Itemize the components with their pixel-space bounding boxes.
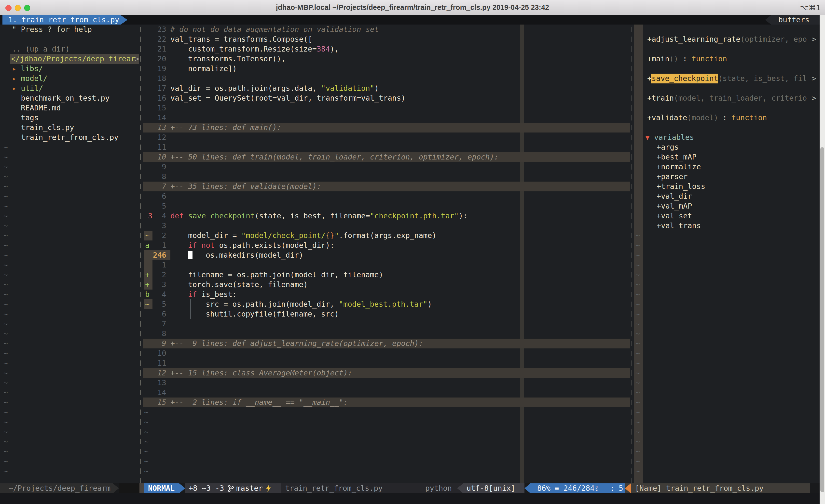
code-row-24[interactable]: 246 — [153, 250, 166, 260]
nerdtree-row-7[interactable]: util/ — [21, 83, 43, 93]
code-row-8[interactable]: 16 — [157, 93, 166, 103]
tagbar-row-19[interactable]: +val_mAP — [657, 201, 692, 211]
nerdtree-row-4[interactable]: </jdhao/Projects/deep_firear — [11, 54, 135, 64]
scrollbar-track[interactable] — [820, 15, 825, 504]
tagbar-row-17[interactable]: +train_loss — [657, 182, 705, 191]
scrollbar-thumb[interactable] — [820, 147, 824, 492]
nerdtree-row-4[interactable]: > — [135, 54, 139, 64]
code-row-35[interactable]: 11 — [157, 358, 166, 368]
code-row-29[interactable]: 5 — [162, 300, 166, 309]
code-row-29[interactable]: src = os.path.join(model_dir, "model_bes… — [206, 300, 432, 309]
nerdtree-row-9[interactable]: README.md — [21, 103, 61, 113]
code-row-22[interactable]: 2 — [162, 231, 166, 241]
code-row-7[interactable]: 17 — [157, 83, 166, 93]
command-line[interactable] — [0, 493, 825, 504]
tagbar-row-14[interactable]: +best_mAP — [657, 152, 696, 162]
code-row-20[interactable]: def save_checkpoint(state, is_best, file… — [170, 211, 467, 221]
tagbar-row-12[interactable]: variables — [654, 133, 694, 142]
tagbar-row-21[interactable]: +val_trans — [657, 221, 701, 231]
code-row-5[interactable]: 19 — [157, 64, 166, 74]
code-row-16[interactable]: 8 — [162, 172, 166, 182]
code-row-36[interactable]: 12 — [157, 368, 166, 378]
code-row-17[interactable]: +-- 35 lines: def validate(model): — [170, 182, 321, 191]
code-row-25[interactable]: 1 — [162, 260, 166, 270]
code-row-29[interactable]: ~ — [145, 300, 150, 309]
code-row-6[interactable]: 18 — [157, 74, 166, 83]
code-row-30[interactable]: shutil.copyfile(filename, src) — [206, 309, 339, 319]
code-row-23[interactable]: if not os.path.exists(model_dir): — [188, 241, 334, 250]
nerdtree-row-8[interactable]: benchmark_on_test.py — [21, 93, 109, 103]
code-row-20[interactable]: _3 — [144, 211, 152, 221]
tagbar-row-6[interactable]: > — [812, 74, 816, 83]
code-row-23[interactable]: 1 — [162, 241, 166, 250]
code-row-37[interactable]: 13 — [157, 378, 166, 388]
code-row-33[interactable]: +-- 9 lines: def adjust_learning_rate(op… — [170, 339, 423, 348]
tagbar-row-20[interactable]: +val_set — [657, 211, 692, 221]
nerdtree-row-12[interactable]: train_retr_from_cls.py — [21, 133, 118, 142]
code-row-26[interactable]: 2 — [162, 270, 166, 280]
nerdtree-row-7[interactable]: ▸ — [12, 83, 16, 93]
nerdtree-row-6[interactable]: ▸ — [12, 74, 16, 83]
code-row-26[interactable]: + — [145, 270, 150, 280]
code-row-13[interactable]: 11 — [157, 142, 166, 152]
nerdtree-row-11[interactable]: train_cls.py — [21, 123, 74, 133]
tagbar-row-18[interactable]: +val_dir — [657, 191, 692, 201]
tagbar-row-12[interactable]: ▼ — [645, 133, 650, 142]
nerdtree-row-5[interactable]: ▸ — [12, 64, 16, 74]
tagbar-row-10[interactable]: +validate(model) : function — [647, 113, 767, 123]
code-row-11[interactable]: 13 — [157, 123, 166, 133]
tagbar-row-6[interactable]: +save_checkpoint(state, is_best, fil — [647, 74, 807, 83]
tagbar-row-8[interactable]: +train(model, train_loader, criterio — [647, 93, 807, 103]
code-row-5[interactable]: normalize]) — [188, 64, 237, 74]
code-row-38[interactable]: 14 — [157, 388, 166, 398]
code-row-28[interactable]: b — [145, 289, 150, 300]
code-row-14[interactable]: +-- 50 lines: def train(model, train_loa… — [170, 152, 499, 162]
editor-content[interactable]: " Press ? for help.. (up a dir)</jdhao/P… — [0, 0, 825, 504]
code-row-12[interactable]: 12 — [157, 133, 166, 142]
code-row-23[interactable]: a — [145, 241, 150, 250]
nerdtree-row-6[interactable]: model/ — [21, 74, 48, 83]
code-row-36[interactable]: +-- 15 lines: class AverageMeter(object)… — [170, 368, 352, 378]
code-row-2[interactable]: 22 — [157, 34, 166, 44]
tagbar-row-2[interactable]: +adjust_learning_rate(optimizer, epo — [647, 34, 807, 44]
code-row-34[interactable]: 10 — [157, 348, 166, 358]
code-row-8[interactable]: val_set = QuerySet(root=val_dir, transfo… — [170, 93, 405, 103]
code-row-4[interactable]: transforms.ToTensor(), — [188, 54, 286, 64]
code-row-14[interactable]: 10 — [157, 152, 166, 162]
tagbar-row-8[interactable]: > — [812, 93, 816, 103]
tagbar-row-15[interactable]: +normalize — [657, 162, 701, 172]
code-row-22[interactable]: ~ — [145, 231, 150, 241]
code-row-9[interactable]: 15 — [157, 103, 166, 113]
code-row-1[interactable]: # do not do data augmentation on validat… — [170, 24, 379, 34]
code-row-27[interactable]: + — [145, 280, 150, 289]
code-row-30[interactable]: 6 — [162, 309, 166, 319]
tagbar-row-4[interactable]: +main() : function — [647, 54, 727, 64]
code-row-22[interactable]: model_dir = "model/check_point/{}".forma… — [188, 231, 436, 241]
code-row-27[interactable]: 3 — [162, 280, 166, 289]
nerdtree-row-1[interactable]: " Press ? for help — [12, 24, 92, 34]
code-row-3[interactable]: 21 — [157, 44, 166, 54]
code-row-24[interactable]: os.makedirs(model_dir) — [206, 250, 303, 260]
code-row-11[interactable]: +-- 73 lines: def main(): — [170, 123, 281, 133]
code-row-4[interactable]: 20 — [157, 54, 166, 64]
code-row-15[interactable]: 9 — [162, 162, 166, 172]
tagbar-row-2[interactable]: > — [812, 34, 816, 44]
code-row-27[interactable]: torch.save(state, filename) — [188, 280, 308, 289]
code-row-17[interactable]: 7 — [162, 182, 166, 191]
code-row-28[interactable]: 4 — [162, 289, 166, 300]
code-row-39[interactable]: +-- 2 lines: if __name__ == "__main__": — [170, 398, 348, 407]
code-row-2[interactable]: val_trans = transforms.Compose([ — [170, 34, 312, 44]
code-row-3[interactable]: custom_transform.Resize(size=384), — [188, 44, 339, 54]
code-row-18[interactable]: 6 — [162, 191, 166, 201]
code-row-7[interactable]: val_dir = os.path.join(args.data, "valid… — [170, 83, 379, 93]
code-row-26[interactable]: filename = os.path.join(model_dir, filen… — [188, 270, 383, 280]
code-row-39[interactable]: 15 — [157, 398, 166, 407]
code-row-10[interactable]: 14 — [157, 113, 166, 123]
nerdtree-row-5[interactable]: libs/ — [21, 64, 43, 74]
code-row-21[interactable]: 3 — [162, 221, 166, 231]
tagbar-row-13[interactable]: +args — [657, 142, 679, 152]
code-row-28[interactable]: if is_best: — [188, 289, 237, 300]
code-row-33[interactable]: 9 — [162, 339, 166, 348]
code-row-1[interactable]: 23 — [157, 24, 166, 34]
code-row-32[interactable]: 8 — [162, 329, 166, 339]
